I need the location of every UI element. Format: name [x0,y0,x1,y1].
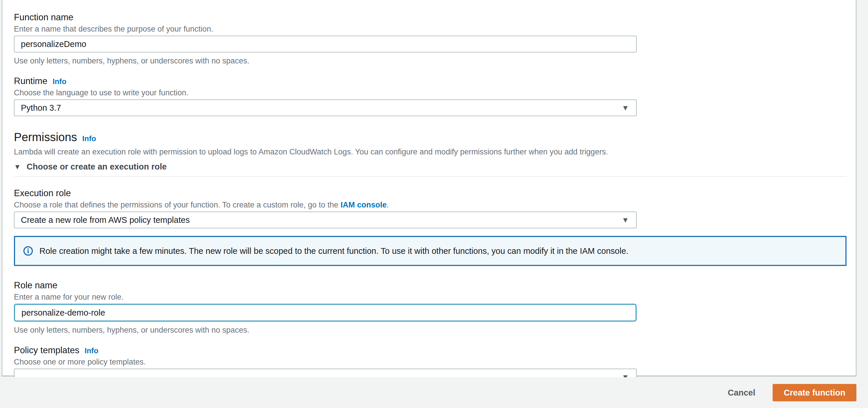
role-creation-info-alert: Role creation might take a few minutes. … [14,236,846,266]
execution-role-description-text: Choose a role that defines the permissio… [14,200,341,209]
execution-role-expander[interactable]: ▼ Choose or create an execution role [14,162,856,176]
chevron-down-icon: ▼ [622,104,629,112]
chevron-down-icon: ▼ [622,216,629,224]
execution-role-selected-value: Create a new role from AWS policy templa… [21,215,190,225]
runtime-description: Choose the language to use to write your… [14,88,637,98]
runtime-selected-value: Python 3.7 [21,103,61,113]
runtime-field: Runtime Info Choose the language to use … [14,75,637,116]
function-name-helper: Use only letters, numbers, hyphens, or u… [14,56,637,66]
role-name-field: Role name Enter a name for your new role… [14,280,637,335]
role-creation-info-text: Role creation might take a few minutes. … [39,246,628,256]
runtime-label: Runtime [14,75,47,87]
execution-role-label: Execution role [14,188,71,199]
cancel-button[interactable]: Cancel [717,384,766,401]
role-name-description: Enter a name for your new role. [14,292,637,302]
permissions-heading: Permissions [14,130,77,144]
permissions-section: Permissions Info Lambda will create an e… [14,130,856,177]
function-name-label: Function name [14,12,73,23]
section-divider [14,176,846,177]
create-function-button[interactable]: Create function [773,384,857,401]
execution-role-description-period: . [387,200,389,209]
role-name-label: Role name [14,280,57,291]
permissions-info-link[interactable]: Info [82,134,96,143]
execution-role-field: Execution role Choose a role that define… [14,188,637,228]
policy-templates-info-link[interactable]: Info [85,346,99,355]
info-circle-icon [23,246,33,256]
iam-console-link[interactable]: IAM console [341,200,387,209]
create-function-form-panel: Function name Enter a name that describe… [2,0,857,376]
execution-role-select[interactable]: Create a new role from AWS policy templa… [14,212,637,228]
runtime-select[interactable]: Python 3.7 ▼ [14,99,637,116]
role-name-helper: Use only letters, numbers, hyphens, or u… [14,325,637,335]
policy-templates-description: Choose one or more policy templates. [14,357,637,367]
execution-role-description: Choose a role that defines the permissio… [14,200,637,210]
role-name-input[interactable] [14,304,637,322]
footer-action-bar: Cancel Create function [0,377,868,408]
triangle-down-icon: ▼ [14,163,21,170]
execution-role-expander-label: Choose or create an execution role [27,162,167,171]
function-name-description: Enter a name that describes the purpose … [14,24,637,34]
function-name-input[interactable] [14,36,637,53]
policy-templates-label: Policy templates [14,345,80,356]
runtime-info-link[interactable]: Info [53,77,66,86]
permissions-description: Lambda will create an execution role wit… [14,147,856,157]
function-name-field: Function name Enter a name that describe… [14,12,637,66]
